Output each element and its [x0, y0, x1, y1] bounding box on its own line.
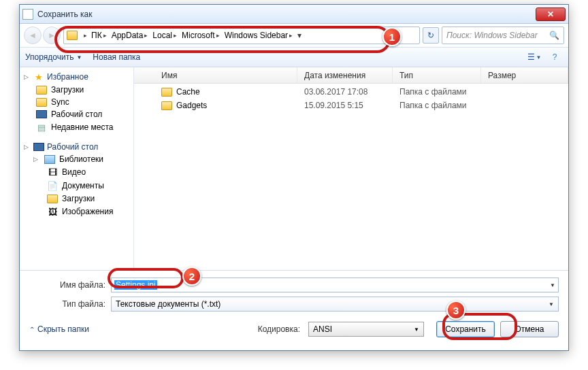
folder-icon — [47, 195, 58, 203]
folder-icon — [161, 101, 172, 110]
desktop-icon — [33, 143, 44, 151]
nav-row: ◄ ► ▸ ПК▸ AppData▸ Local▸ Microsoft▸ Win… — [20, 24, 568, 47]
breadcrumb-item[interactable]: ПК▸ — [89, 28, 109, 43]
back-button[interactable]: ◄ — [24, 27, 42, 44]
titlebar: Сохранить как ✕ — [20, 5, 568, 24]
save-button[interactable]: Сохранить — [436, 321, 495, 337]
col-size[interactable]: Размер — [481, 67, 568, 83]
hide-folders-link[interactable]: ⌃Скрыть папки — [29, 324, 89, 334]
filename-value: Settings.ini — [114, 280, 157, 290]
sidebar-desktop-group[interactable]: ▷Рабочий стол — [21, 141, 132, 153]
encoding-label: Кодировка: — [258, 324, 300, 334]
view-menu[interactable]: ☰▼ — [526, 50, 542, 65]
sidebar: ▷★Избранное Загрузки Sync Рабочий стол ▤… — [20, 67, 134, 270]
file-row[interactable]: Cache 03.06.2017 17:08 Папка с файлами — [134, 85, 568, 99]
toolbar: Упорядочить▼ Новая папка ☰▼ ? — [20, 47, 568, 67]
filetype-label: Тип файла: — [29, 299, 111, 309]
sidebar-libraries[interactable]: ▷Библиотеки — [21, 153, 132, 165]
column-headers: Имя Дата изменения Тип Размер — [134, 67, 568, 84]
folder-icon — [67, 31, 78, 40]
sidebar-item-recent[interactable]: ▤Недавние места — [21, 120, 132, 134]
filetype-select[interactable]: Текстовые документы (*.txt) ▼ — [111, 297, 559, 312]
sidebar-item-documents[interactable]: 📄Документы — [21, 179, 132, 192]
window-title: Сохранить как — [37, 10, 92, 19]
search-placeholder: Поиск: Windows Sidebar — [446, 31, 538, 40]
sidebar-item-sync[interactable]: Sync — [21, 96, 132, 108]
dropdown-icon: ▼ — [549, 301, 554, 307]
library-icon — [44, 155, 55, 164]
help-button[interactable]: ? — [546, 50, 563, 65]
new-folder-button[interactable]: Новая папка — [93, 52, 140, 62]
sidebar-item-downloads[interactable]: Загрузки — [21, 84, 132, 96]
dropdown-icon: ▼ — [414, 326, 419, 333]
bottom-panel: Имя файла: Settings.ini ▼ Тип файла: Тек… — [20, 270, 568, 343]
organize-menu[interactable]: Упорядочить▼ — [25, 52, 82, 62]
breadcrumb-item[interactable]: Microsoft▸ — [180, 28, 222, 43]
address-bar[interactable]: ▸ ПК▸ AppData▸ Local▸ Microsoft▸ Windows… — [63, 27, 420, 44]
sidebar-item-video[interactable]: 🎞Видео — [21, 165, 132, 179]
breadcrumb-item[interactable]: AppData▸ — [110, 28, 150, 43]
star-icon: ★ — [33, 71, 44, 82]
recent-icon: ▤ — [36, 122, 47, 133]
video-icon: 🎞 — [47, 167, 58, 178]
document-icon: 📄 — [47, 180, 58, 191]
breadcrumb-item[interactable]: Windows Sidebar▸ — [223, 28, 295, 43]
file-list: Имя Дата изменения Тип Размер Cache 03.0… — [134, 67, 568, 270]
folder-icon — [161, 88, 172, 97]
search-input[interactable]: Поиск: Windows Sidebar 🔍 — [442, 27, 564, 44]
search-icon: 🔍 — [549, 31, 559, 40]
save-as-dialog: Сохранить как ✕ ◄ ► ▸ ПК▸ AppData▸ Local… — [19, 4, 569, 351]
cancel-button[interactable]: Отмена — [500, 321, 559, 337]
refresh-button[interactable]: ↻ — [423, 27, 439, 44]
image-icon: 🖼 — [47, 206, 58, 217]
sidebar-item-desktop[interactable]: Рабочий стол — [21, 108, 132, 120]
address-dropdown[interactable]: ▾ — [295, 31, 304, 40]
breadcrumb-root[interactable]: ▸ — [80, 28, 89, 43]
file-row[interactable]: Gadgets 15.09.2015 5:15 Папка с файлами — [134, 99, 568, 112]
encoding-select[interactable]: ANSI ▼ — [308, 322, 424, 337]
sidebar-item-images[interactable]: 🖼Изображения — [21, 205, 132, 218]
breadcrumb-item[interactable]: Local▸ — [150, 28, 179, 43]
filename-input[interactable]: Settings.ini ▼ — [111, 278, 559, 292]
desktop-icon — [36, 110, 47, 118]
sidebar-favorites[interactable]: ▷★Избранное — [21, 70, 132, 84]
close-button[interactable]: ✕ — [536, 7, 566, 21]
col-name[interactable]: Имя — [134, 67, 297, 83]
breadcrumbs: ПК▸ AppData▸ Local▸ Microsoft▸ Windows S… — [89, 28, 295, 43]
app-icon — [22, 9, 33, 20]
filename-label: Имя файла: — [29, 280, 111, 290]
col-date[interactable]: Дата изменения — [297, 67, 393, 83]
col-type[interactable]: Тип — [393, 67, 481, 83]
folder-icon — [36, 98, 47, 107]
sidebar-item-downloads2[interactable]: Загрузки — [21, 192, 132, 205]
forward-button[interactable]: ► — [43, 27, 61, 44]
dropdown-icon[interactable]: ▼ — [550, 282, 555, 288]
folder-icon — [36, 86, 47, 95]
